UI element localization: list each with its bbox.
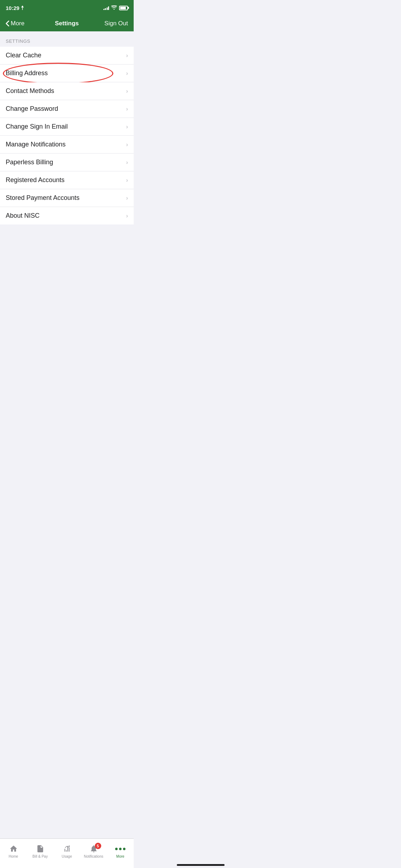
status-bar: 10:29: [0, 0, 134, 16]
back-label: More: [11, 20, 25, 27]
settings-item-label-manage-notifications: Manage Notifications: [6, 141, 66, 148]
settings-item-billing-address[interactable]: Billing Address›: [0, 64, 134, 82]
nav-bar: More Settings Sign Out: [0, 16, 134, 31]
settings-item-change-password[interactable]: Change Password›: [0, 100, 134, 118]
settings-item-change-sign-in-email[interactable]: Change Sign In Email›: [0, 118, 134, 136]
settings-item-clear-cache[interactable]: Clear Cache›: [0, 47, 134, 64]
status-time: 10:29: [6, 5, 24, 11]
settings-item-manage-notifications[interactable]: Manage Notifications›: [0, 136, 134, 154]
content-area: SETTINGS Clear Cache›Billing Address›Con…: [0, 31, 134, 254]
chevron-right-icon: ›: [126, 52, 128, 59]
chevron-right-icon: ›: [126, 88, 128, 94]
settings-item-label-billing-address: Billing Address: [6, 69, 48, 77]
signal-icon: [103, 6, 109, 10]
settings-item-label-about-nisc: About NISC: [6, 212, 40, 219]
chevron-right-icon: ›: [126, 106, 128, 112]
chevron-right-icon: ›: [126, 70, 128, 77]
settings-item-stored-payment-accounts[interactable]: Stored Payment Accounts›: [0, 189, 134, 207]
chevron-right-icon: ›: [126, 195, 128, 201]
battery-icon: [119, 6, 128, 10]
chevron-right-icon: ›: [126, 141, 128, 148]
settings-item-label-change-password: Change Password: [6, 105, 58, 113]
settings-item-label-stored-payment-accounts: Stored Payment Accounts: [6, 194, 79, 202]
chevron-right-icon: ›: [126, 177, 128, 184]
settings-item-registered-accounts[interactable]: Registered Accounts›: [0, 171, 134, 189]
chevron-right-icon: ›: [126, 159, 128, 166]
back-chevron-icon: [6, 21, 9, 26]
section-header: SETTINGS: [0, 31, 134, 47]
status-icons: [103, 5, 128, 11]
location-icon: [21, 6, 24, 10]
settings-item-about-nisc[interactable]: About NISC›: [0, 207, 134, 224]
page-title: Settings: [34, 20, 99, 27]
settings-item-label-paperless-billing: Paperless Billing: [6, 159, 53, 166]
settings-item-contact-methods[interactable]: Contact Methods›: [0, 82, 134, 100]
settings-item-label-registered-accounts: Registered Accounts: [6, 176, 65, 184]
settings-item-paperless-billing[interactable]: Paperless Billing›: [0, 154, 134, 171]
time-display: 10:29: [6, 5, 19, 11]
settings-item-label-contact-methods: Contact Methods: [6, 87, 54, 95]
settings-item-label-change-sign-in-email: Change Sign In Email: [6, 123, 68, 130]
back-button[interactable]: More: [6, 20, 34, 27]
chevron-right-icon: ›: [126, 124, 128, 130]
chevron-right-icon: ›: [126, 213, 128, 219]
sign-out-button[interactable]: Sign Out: [99, 20, 128, 27]
settings-item-label-clear-cache: Clear Cache: [6, 52, 41, 59]
wifi-icon: [111, 5, 117, 11]
settings-list: Clear Cache›Billing Address›Contact Meth…: [0, 47, 134, 224]
